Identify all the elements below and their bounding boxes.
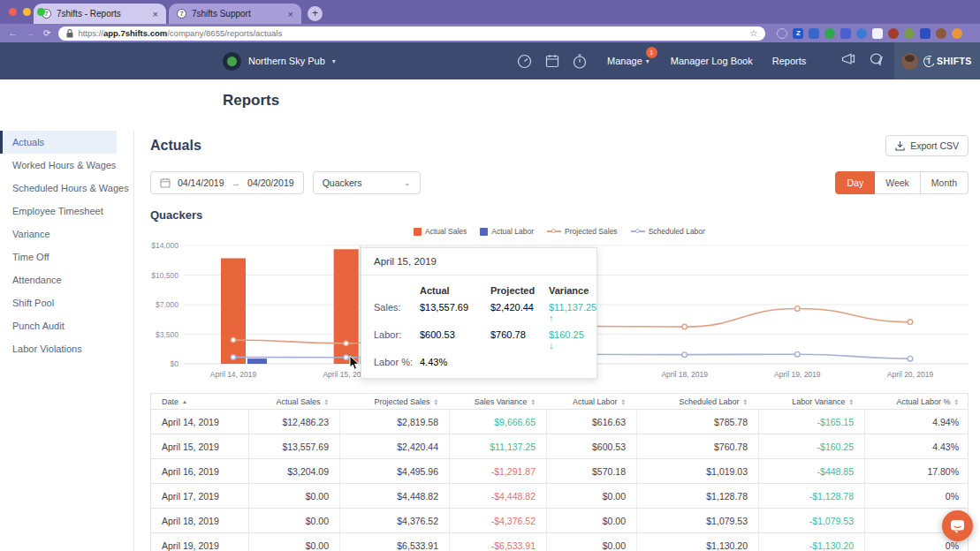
stopwatch-icon[interactable] — [573, 54, 587, 69]
sidebar-item-variance[interactable]: Variance — [0, 223, 133, 245]
column-header-label: Projected Sales — [375, 397, 430, 406]
extension-icon[interactable] — [936, 28, 946, 39]
cell-scheduled-labor: $1,019.03 — [636, 459, 758, 483]
tooltip-projected-value — [490, 357, 549, 367]
user-avatar[interactable] — [901, 53, 918, 70]
column-header-actual-labor[interactable]: Actual Labor %▲▼ — [864, 394, 969, 409]
sidebar-item-worked-hours-wages[interactable]: Worked Hours & Wages — [0, 154, 133, 177]
point-projected-sales[interactable] — [908, 320, 913, 325]
bookmark-star-icon[interactable]: ☆ — [749, 28, 757, 38]
view-toggle-month[interactable]: Month — [921, 171, 969, 194]
reload-icon[interactable]: ⟳ — [43, 29, 50, 38]
point-scheduled-labor[interactable] — [908, 356, 913, 361]
extension-icon[interactable] — [856, 28, 867, 39]
bar-actual-sales[interactable] — [221, 258, 246, 364]
cell-projected-sales: $4,448.82 — [339, 484, 449, 508]
sort-asc-caret: ▲ — [182, 400, 187, 404]
cell-projected-sales: $4,495.96 — [339, 459, 449, 483]
bar-actual-labor[interactable] — [247, 359, 267, 364]
extension-icon[interactable]: Z — [793, 28, 803, 39]
sidebar-item-attendance[interactable]: Attendance — [0, 268, 133, 291]
tooltip-actual-value: 4.43% — [420, 357, 490, 367]
cell-value: $760.78 — [714, 442, 748, 452]
extension-icon[interactable] — [840, 28, 851, 39]
sidebar-item-scheduled-hours-wages[interactable]: Scheduled Hours & Wages — [0, 177, 133, 200]
view-toggle-day[interactable]: Day — [835, 171, 875, 194]
sidebar-item-label: Worked Hours & Wages — [12, 160, 116, 170]
arrow-right-icon: → — [232, 177, 241, 188]
extension-icon[interactable] — [888, 28, 899, 39]
extension-icon[interactable] — [777, 28, 787, 39]
extension-icon[interactable] — [952, 28, 962, 39]
forward-icon[interactable]: → — [26, 28, 35, 38]
sort-down-caret: ▼ — [849, 402, 854, 405]
cell-projected-sales: $4,376.52 — [339, 509, 449, 532]
dashboard-icon[interactable] — [517, 54, 532, 69]
bar-actual-sales[interactable] — [334, 249, 359, 364]
cell-projected-sales: $6,533.91 — [339, 533, 449, 551]
sidebar-item-punch-audit[interactable]: Punch Audit — [0, 314, 133, 337]
browser-tab-7shifts-support[interactable]: 77shifts Support× — [169, 4, 301, 24]
variance-value: -$1,130.20 — [809, 540, 854, 551]
x-axis-label: April 20, 2019 — [887, 370, 934, 379]
browser-tab-7shifts-reports[interactable]: 77shifts - Reports× — [34, 4, 166, 24]
view-toggle-week[interactable]: Week — [875, 171, 921, 194]
column-header-labor-variance[interactable]: Labor Variance▲▼ — [758, 394, 864, 409]
column-header-projected-sales[interactable]: Projected Sales▲▼ — [339, 394, 449, 409]
tooltip-date: April 15, 2019 — [361, 248, 596, 276]
nav-manager-log-book[interactable]: Manager Log Book — [671, 56, 753, 66]
point-projected-sales[interactable] — [682, 324, 688, 329]
zoom-window-button[interactable] — [37, 8, 45, 16]
location-select[interactable]: Quackers ⌄ — [313, 171, 421, 194]
company-selector[interactable]: Northern Sky Pub ▾ — [223, 42, 336, 79]
close-window-button[interactable] — [9, 8, 17, 16]
extension-icon[interactable] — [872, 28, 883, 39]
nav-manage[interactable]: Manage ▾ 1 — [607, 56, 650, 66]
back-icon[interactable]: ← — [8, 28, 18, 38]
cell-value: $600.53 — [592, 442, 626, 452]
point-scheduled-labor[interactable] — [682, 352, 688, 358]
sidebar-item-label: Attendance — [12, 275, 62, 285]
tooltip-header-row: ActualProjectedVariance — [374, 285, 584, 296]
table-row: April 16, 2019$3,204.09$4,495.96-$1,291.… — [151, 458, 968, 483]
column-header-date[interactable]: Date▲ — [151, 394, 248, 409]
extension-icon[interactable] — [824, 28, 835, 39]
point-scheduled-labor[interactable] — [231, 355, 236, 360]
column-header-scheduled-labor[interactable]: Scheduled Labor▲▼ — [636, 394, 758, 409]
megaphone-icon[interactable] — [841, 53, 855, 69]
sidebar-item-actuals[interactable]: Actuals — [0, 131, 117, 154]
column-header-actual-sales[interactable]: Actual Sales▲▼ — [248, 394, 339, 409]
window-controls[interactable] — [9, 8, 45, 16]
sidebar-item-labor-violations[interactable]: Labor Violations — [0, 337, 133, 360]
close-icon[interactable]: × — [153, 9, 158, 19]
chat-icon[interactable] — [870, 53, 883, 69]
column-header-sales-variance[interactable]: Sales Variance▲▼ — [449, 394, 546, 409]
sidebar-item-label: Scheduled Hours & Wages — [12, 183, 129, 193]
column-header-actual-labor[interactable]: Actual Labor▲▼ — [546, 394, 636, 409]
point-scheduled-labor[interactable] — [344, 355, 349, 360]
tooltip-row-labor: Labor %:4.43% — [374, 357, 584, 367]
extension-icon[interactable] — [809, 28, 819, 39]
calendar-icon[interactable] — [545, 54, 559, 68]
sidebar-item-shift-pool[interactable]: Shift Pool — [0, 291, 133, 314]
date-range-picker[interactable]: 04/14/2019 → 04/20/2019 — [150, 171, 304, 194]
chat-fab-button[interactable] — [942, 510, 973, 541]
point-projected-sales[interactable] — [231, 337, 236, 343]
sidebar-item-label: Labor Violations — [12, 343, 82, 354]
url-input[interactable]: https://app.7shifts.com/company/8655/rep… — [58, 26, 765, 41]
new-tab-button[interactable]: + — [308, 6, 323, 21]
sidebar-item-employee-timesheet[interactable]: Employee Timesheet — [0, 200, 133, 223]
export-csv-button[interactable]: Export CSV — [885, 135, 969, 156]
sidebar-item-time-off[interactable]: Time Off — [0, 245, 133, 268]
extension-icon[interactable] — [904, 28, 915, 39]
point-projected-sales[interactable] — [795, 306, 801, 312]
cell-scheduled-labor: $785.78 — [636, 410, 758, 434]
cell-value: $1,079.53 — [706, 516, 748, 526]
point-projected-sales[interactable] — [344, 341, 349, 346]
nav-reports[interactable]: Reports — [772, 56, 807, 66]
point-scheduled-labor[interactable] — [795, 351, 801, 357]
close-icon[interactable]: × — [288, 9, 293, 19]
extension-icon[interactable] — [920, 28, 931, 39]
tab-title: 7shifts Support — [192, 9, 283, 19]
minimize-window-button[interactable] — [23, 8, 31, 16]
